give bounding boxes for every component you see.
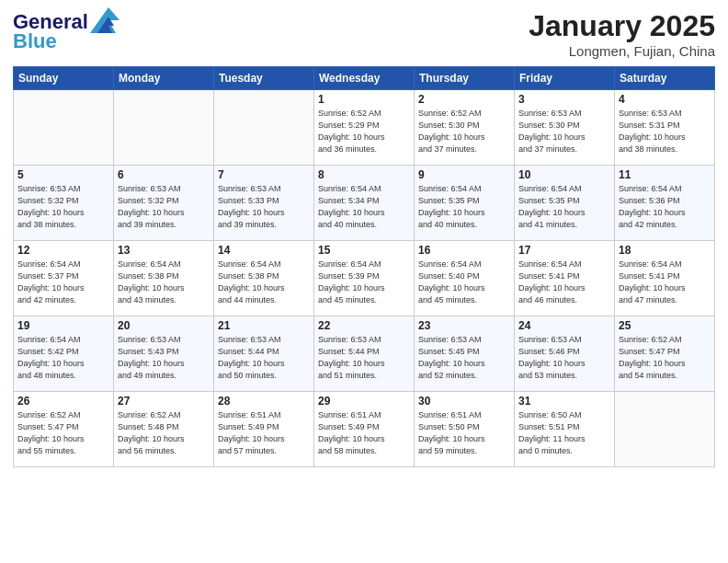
- day-number: 22: [318, 319, 410, 332]
- table-row: 28Sunrise: 6:51 AMSunset: 5:49 PMDayligh…: [214, 392, 314, 467]
- day-info: Sunrise: 6:54 AMSunset: 5:41 PMDaylight:…: [518, 259, 610, 306]
- day-info: Sunrise: 6:54 AMSunset: 5:38 PMDaylight:…: [218, 259, 310, 306]
- day-info: Sunrise: 6:52 AMSunset: 5:47 PMDaylight:…: [619, 334, 711, 382]
- day-info: Sunrise: 6:51 AMSunset: 5:49 PMDaylight:…: [318, 409, 410, 457]
- col-saturday: Saturday: [615, 67, 715, 90]
- col-monday: Monday: [114, 67, 214, 90]
- logo-icon: [90, 7, 119, 33]
- day-info: Sunrise: 6:54 AMSunset: 5:41 PMDaylight:…: [619, 259, 711, 306]
- day-number: 17: [518, 244, 610, 257]
- table-row: 5Sunrise: 6:53 AMSunset: 5:32 PMDaylight…: [14, 166, 114, 241]
- calendar-header-row: Sunday Monday Tuesday Wednesday Thursday…: [14, 67, 715, 90]
- location: Longmen, Fujian, China: [529, 43, 715, 59]
- calendar-week-row: 1Sunrise: 6:52 AMSunset: 5:29 PMDaylight…: [14, 90, 715, 166]
- day-info: Sunrise: 6:52 AMSunset: 5:48 PMDaylight:…: [118, 409, 210, 457]
- table-row: 25Sunrise: 6:52 AMSunset: 5:47 PMDayligh…: [615, 316, 715, 392]
- day-number: 24: [518, 319, 610, 332]
- day-number: 3: [518, 93, 610, 106]
- day-number: 30: [418, 395, 510, 408]
- day-number: 29: [318, 395, 410, 408]
- table-row: 27Sunrise: 6:52 AMSunset: 5:48 PMDayligh…: [114, 392, 214, 467]
- table-row: 19Sunrise: 6:54 AMSunset: 5:42 PMDayligh…: [14, 316, 114, 392]
- logo-blue-text: Blue: [13, 31, 57, 52]
- day-number: 16: [418, 244, 510, 257]
- calendar-table: Sunday Monday Tuesday Wednesday Thursday…: [13, 66, 715, 467]
- table-row: 1Sunrise: 6:52 AMSunset: 5:29 PMDaylight…: [314, 90, 415, 166]
- table-row: 21Sunrise: 6:53 AMSunset: 5:44 PMDayligh…: [214, 316, 314, 392]
- table-row: 9Sunrise: 6:54 AMSunset: 5:35 PMDaylight…: [415, 166, 515, 241]
- table-row: 24Sunrise: 6:53 AMSunset: 5:46 PMDayligh…: [515, 316, 615, 392]
- table-row: 26Sunrise: 6:52 AMSunset: 5:47 PMDayligh…: [14, 392, 114, 467]
- table-row: 6Sunrise: 6:53 AMSunset: 5:32 PMDaylight…: [114, 166, 214, 241]
- table-row: 12Sunrise: 6:54 AMSunset: 5:37 PMDayligh…: [14, 241, 114, 316]
- day-number: 10: [518, 168, 610, 181]
- day-info: Sunrise: 6:54 AMSunset: 5:34 PMDaylight:…: [318, 183, 410, 231]
- table-row: [14, 90, 114, 166]
- day-number: 19: [17, 319, 109, 332]
- table-row: 4Sunrise: 6:53 AMSunset: 5:31 PMDaylight…: [615, 90, 715, 166]
- day-info: Sunrise: 6:53 AMSunset: 5:32 PMDaylight:…: [17, 183, 109, 231]
- day-number: 6: [118, 168, 210, 181]
- day-info: Sunrise: 6:53 AMSunset: 5:30 PMDaylight:…: [518, 108, 610, 155]
- day-number: 5: [17, 168, 109, 181]
- day-info: Sunrise: 6:51 AMSunset: 5:50 PMDaylight:…: [418, 409, 510, 457]
- col-wednesday: Wednesday: [314, 67, 415, 90]
- day-number: 1: [318, 93, 410, 106]
- table-row: 16Sunrise: 6:54 AMSunset: 5:40 PMDayligh…: [415, 241, 515, 316]
- calendar-week-row: 12Sunrise: 6:54 AMSunset: 5:37 PMDayligh…: [14, 241, 715, 316]
- day-number: 14: [218, 244, 310, 257]
- table-row: [214, 90, 314, 166]
- day-number: 12: [17, 244, 109, 257]
- day-info: Sunrise: 6:52 AMSunset: 5:47 PMDaylight:…: [17, 409, 109, 457]
- day-number: 13: [118, 244, 210, 257]
- day-info: Sunrise: 6:52 AMSunset: 5:29 PMDaylight:…: [318, 108, 410, 155]
- table-row: 11Sunrise: 6:54 AMSunset: 5:36 PMDayligh…: [615, 166, 715, 241]
- day-number: 31: [518, 395, 610, 408]
- day-info: Sunrise: 6:54 AMSunset: 5:39 PMDaylight:…: [318, 259, 410, 306]
- day-number: 28: [218, 395, 310, 408]
- table-row: 15Sunrise: 6:54 AMSunset: 5:39 PMDayligh…: [314, 241, 415, 316]
- col-thursday: Thursday: [415, 67, 515, 90]
- day-info: Sunrise: 6:53 AMSunset: 5:44 PMDaylight:…: [218, 334, 310, 382]
- day-number: 25: [619, 319, 711, 332]
- day-info: Sunrise: 6:53 AMSunset: 5:45 PMDaylight:…: [418, 334, 510, 382]
- calendar-week-row: 26Sunrise: 6:52 AMSunset: 5:47 PMDayligh…: [14, 392, 715, 467]
- table-row: 8Sunrise: 6:54 AMSunset: 5:34 PMDaylight…: [314, 166, 415, 241]
- table-row: 14Sunrise: 6:54 AMSunset: 5:38 PMDayligh…: [214, 241, 314, 316]
- day-info: Sunrise: 6:53 AMSunset: 5:46 PMDaylight:…: [518, 334, 610, 382]
- table-row: 2Sunrise: 6:52 AMSunset: 5:30 PMDaylight…: [415, 90, 515, 166]
- day-info: Sunrise: 6:52 AMSunset: 5:30 PMDaylight:…: [418, 108, 510, 155]
- title-block: January 2025 Longmen, Fujian, China: [529, 9, 715, 59]
- day-info: Sunrise: 6:51 AMSunset: 5:49 PMDaylight:…: [218, 409, 310, 457]
- day-info: Sunrise: 6:54 AMSunset: 5:38 PMDaylight:…: [118, 259, 210, 306]
- calendar-week-row: 5Sunrise: 6:53 AMSunset: 5:32 PMDaylight…: [14, 166, 715, 241]
- table-row: [615, 392, 715, 467]
- day-number: 15: [318, 244, 410, 257]
- day-number: 26: [17, 395, 109, 408]
- day-info: Sunrise: 6:54 AMSunset: 5:37 PMDaylight:…: [17, 259, 109, 306]
- day-number: 18: [619, 244, 711, 257]
- table-row: 13Sunrise: 6:54 AMSunset: 5:38 PMDayligh…: [114, 241, 214, 316]
- day-number: 20: [118, 319, 210, 332]
- day-info: Sunrise: 6:53 AMSunset: 5:33 PMDaylight:…: [218, 183, 310, 231]
- col-sunday: Sunday: [14, 67, 114, 90]
- logo: General Blue: [13, 9, 119, 52]
- day-number: 4: [619, 93, 711, 106]
- table-row: 23Sunrise: 6:53 AMSunset: 5:45 PMDayligh…: [415, 316, 515, 392]
- table-row: 18Sunrise: 6:54 AMSunset: 5:41 PMDayligh…: [615, 241, 715, 316]
- day-info: Sunrise: 6:54 AMSunset: 5:36 PMDaylight:…: [619, 183, 711, 231]
- day-info: Sunrise: 6:54 AMSunset: 5:35 PMDaylight:…: [418, 183, 510, 231]
- table-row: 10Sunrise: 6:54 AMSunset: 5:35 PMDayligh…: [515, 166, 615, 241]
- calendar-week-row: 19Sunrise: 6:54 AMSunset: 5:42 PMDayligh…: [14, 316, 715, 392]
- day-info: Sunrise: 6:54 AMSunset: 5:42 PMDaylight:…: [17, 334, 109, 382]
- day-info: Sunrise: 6:54 AMSunset: 5:35 PMDaylight:…: [518, 183, 610, 231]
- table-row: 7Sunrise: 6:53 AMSunset: 5:33 PMDaylight…: [214, 166, 314, 241]
- day-number: 8: [318, 168, 410, 181]
- month-title: January 2025: [529, 9, 715, 43]
- page-header: General Blue January 2025 Longmen, Fujia…: [13, 9, 715, 59]
- day-info: Sunrise: 6:53 AMSunset: 5:31 PMDaylight:…: [619, 108, 711, 155]
- table-row: 22Sunrise: 6:53 AMSunset: 5:44 PMDayligh…: [314, 316, 415, 392]
- page-container: General Blue January 2025 Longmen, Fujia…: [0, 0, 728, 473]
- table-row: 31Sunrise: 6:50 AMSunset: 5:51 PMDayligh…: [515, 392, 615, 467]
- day-info: Sunrise: 6:53 AMSunset: 5:32 PMDaylight:…: [118, 183, 210, 231]
